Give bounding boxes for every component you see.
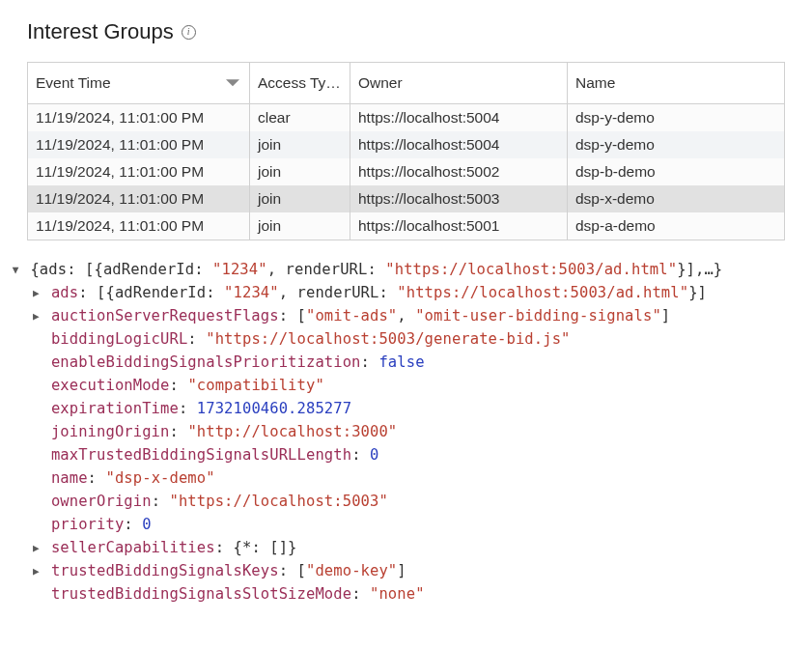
cell-owner: https://localhost:5002: [350, 158, 568, 185]
cell-time: 11/19/2024, 11:01:00 PM: [28, 185, 250, 212]
obj-name: ▼ ▶ name: "dsp-x-demo": [10, 466, 785, 490]
txt: "dsp-x-demo": [105, 469, 214, 487]
obj-exec: ▼ ▶ executionMode: "compatibility": [10, 374, 785, 397]
object-viewer: ▼ {ads: [{adRenderId: "1234", renderURL:…: [10, 258, 785, 606]
cell-time: 11/19/2024, 11:01:00 PM: [28, 158, 250, 185]
cell-type: join: [250, 158, 350, 185]
txt: "1234": [224, 284, 279, 301]
obj-bid: ▼ ▶ biddingLogicURL: "https://localhost:…: [10, 327, 785, 351]
txt: ownerOrigin: [51, 493, 152, 510]
cell-owner: https://localhost:5003: [350, 185, 568, 212]
cell-type: join: [250, 131, 350, 158]
txt: "compatibility": [187, 377, 323, 394]
sort-descending-icon[interactable]: [226, 79, 239, 86]
header: Interest Groups i: [27, 19, 785, 44]
obj-tbss: ▼ ▶ trustedBiddingSignalsSlotSizeMode: "…: [10, 582, 785, 606]
txt: auctionServerRequestFlags: [51, 307, 279, 324]
caret-right-icon[interactable]: ▶: [30, 540, 42, 556]
txt: enableBiddingSignalsPrioritization: [51, 353, 361, 371]
txt: executionMode: [51, 377, 170, 394]
table-header-row: Event Time Access Ty… Owner Name: [28, 63, 785, 104]
info-icon[interactable]: i: [182, 25, 196, 40]
txt: "https://localhost:5003": [170, 493, 388, 510]
cell-owner: https://localhost:5004: [350, 131, 568, 158]
obj-exp: ▼ ▶ expirationTime: 1732100460.285277: [10, 397, 785, 420]
txt: "omit-user-bidding-signals": [415, 307, 661, 324]
table-body: 11/19/2024, 11:01:00 PMclearhttps://loca…: [28, 104, 785, 240]
obj-pri: ▼ ▶ priority: 0: [10, 513, 785, 536]
txt: }],…}: [677, 261, 722, 278]
txt: : [{adRenderId:: [78, 284, 224, 301]
cell-time: 11/19/2024, 11:01:00 PM: [28, 131, 250, 158]
events-table: Event Time Access Ty… Owner Name 11/19/2…: [27, 62, 785, 240]
txt: biddingLogicURL: [51, 330, 187, 348]
txt: : {*: []}: [215, 539, 297, 556]
obj-ads[interactable]: ▼ ▶ ads: [{adRenderId: "1234", renderURL…: [10, 281, 785, 304]
txt: "demo-key": [306, 562, 397, 579]
table-row[interactable]: 11/19/2024, 11:01:00 PMjoinhttps://local…: [28, 185, 785, 212]
cell-type: join: [250, 185, 350, 212]
txt: "https://localhost:5003/ad.html": [385, 261, 677, 278]
txt: "omit-ads": [306, 307, 397, 324]
txt: false: [378, 353, 424, 371]
txt: trustedBiddingSignalsSlotSizeMode: [51, 585, 351, 603]
cell-type: join: [250, 212, 350, 240]
cell-owner: https://localhost:5004: [350, 104, 568, 132]
page-title: Interest Groups: [27, 19, 174, 44]
txt: "none": [370, 585, 425, 603]
col-event-time-label: Event Time: [36, 74, 111, 91]
col-owner[interactable]: Owner: [350, 63, 568, 104]
txt: , renderURL:: [267, 261, 386, 278]
cell-name: dsp-a-demo: [568, 212, 785, 240]
txt: sellerCapabilities: [51, 539, 215, 556]
txt: }]: [688, 284, 707, 301]
obj-ebsp: ▼ ▶ enableBiddingSignalsPrioritization: …: [10, 351, 785, 374]
caret-right-icon[interactable]: ▶: [30, 308, 42, 324]
txt: {ads: [{adRenderId:: [30, 261, 212, 278]
txt: "https://localhost:5003/ad.html": [397, 284, 688, 301]
obj-sc[interactable]: ▼ ▶ sellerCapabilities: {*: []}: [10, 536, 785, 559]
cell-time: 11/19/2024, 11:01:00 PM: [28, 104, 250, 132]
cell-name: dsp-y-demo: [568, 131, 785, 158]
caret-right-icon[interactable]: ▶: [30, 563, 42, 579]
txt: "http://localhost:3000": [187, 423, 397, 440]
txt: maxTrustedBiddingSignalsURLLength: [51, 446, 351, 464]
obj-join: ▼ ▶ joiningOrigin: "http://localhost:300…: [10, 420, 785, 443]
caret-down-icon[interactable]: ▼: [10, 262, 21, 278]
cell-owner: https://localhost:5001: [350, 212, 568, 240]
txt: "1234": [212, 261, 267, 278]
txt: ads: [51, 284, 78, 301]
obj-summary[interactable]: ▼ {ads: [{adRenderId: "1234", renderURL:…: [10, 258, 785, 281]
obj-max: ▼ ▶ maxTrustedBiddingSignalsURLLength: 0: [10, 443, 785, 466]
txt: name: [51, 469, 88, 487]
obj-tbsk[interactable]: ▼ ▶ trustedBiddingSignalsKeys: ["demo-ke…: [10, 559, 785, 582]
txt: joiningOrigin: [51, 423, 170, 440]
txt: expirationTime: [51, 400, 179, 417]
cell-name: dsp-y-demo: [568, 104, 785, 132]
txt: "https://localhost:5003/generate-bid.js": [206, 330, 570, 348]
table-row[interactable]: 11/19/2024, 11:01:00 PMjoinhttps://local…: [28, 158, 785, 185]
table-row[interactable]: 11/19/2024, 11:01:00 PMjoinhttps://local…: [28, 131, 785, 158]
obj-asr[interactable]: ▼ ▶ auctionServerRequestFlags: ["omit-ad…: [10, 304, 785, 327]
caret-right-icon[interactable]: ▶: [30, 285, 42, 301]
cell-name: dsp-b-demo: [568, 158, 785, 185]
txt: 1732100460.285277: [197, 400, 351, 417]
cell-type: clear: [250, 104, 350, 132]
txt: 0: [370, 446, 378, 464]
cell-time: 11/19/2024, 11:01:00 PM: [28, 212, 250, 240]
col-event-time[interactable]: Event Time: [28, 63, 250, 104]
obj-owner: ▼ ▶ ownerOrigin: "https://localhost:5003…: [10, 490, 785, 513]
cell-name: dsp-x-demo: [568, 185, 785, 212]
col-access-type[interactable]: Access Ty…: [250, 63, 350, 104]
txt: 0: [142, 516, 151, 533]
col-name[interactable]: Name: [568, 63, 785, 104]
table-row[interactable]: 11/19/2024, 11:01:00 PMjoinhttps://local…: [28, 212, 785, 240]
table-row[interactable]: 11/19/2024, 11:01:00 PMclearhttps://loca…: [28, 104, 785, 132]
txt: priority: [51, 516, 124, 533]
txt: , renderURL:: [279, 284, 398, 301]
txt: trustedBiddingSignalsKeys: [51, 562, 279, 579]
